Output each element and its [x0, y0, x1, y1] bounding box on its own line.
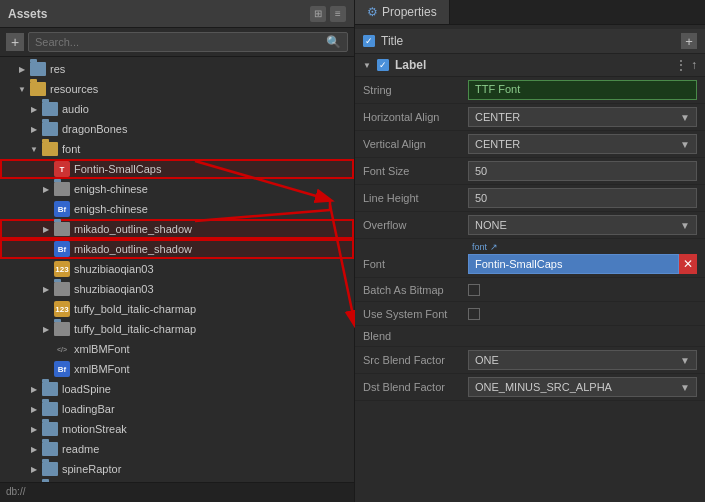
search-input[interactable]	[35, 36, 326, 48]
fontsize-input[interactable]	[468, 161, 697, 181]
tree-item-xml1[interactable]: </> xmlBMFont	[0, 339, 354, 359]
prop-label-string: String	[363, 84, 468, 96]
tree-label-loadingbar: loadingBar	[62, 403, 115, 415]
font-sub-label-row: font font ↗	[363, 242, 697, 252]
tree-item-enigsh-chinese-bf[interactable]: Bf enigsh-chinese	[0, 199, 354, 219]
prop-value-string: TTF Font	[468, 80, 697, 100]
folder-icon-motionstreak	[42, 422, 58, 436]
tree-label-mikado1: mikado_outline_shadow	[74, 223, 192, 235]
tree-item-tuffy-folder[interactable]: tuffy_bold_italic-charmap	[0, 319, 354, 339]
tree-item-tuffy-num[interactable]: 123 tuffy_bold_italic-charmap	[0, 299, 354, 319]
add-asset-button[interactable]: +	[6, 33, 24, 51]
prop-row-lineheight: Line Height	[355, 185, 705, 212]
title-add-button[interactable]: +	[681, 33, 697, 49]
dstblend-arrow: ▼	[680, 382, 690, 393]
tree-item-mikado-folder[interactable]: mikado_outline_shadow	[0, 219, 354, 239]
tree-item-resources[interactable]: resources	[0, 79, 354, 99]
header-icons: ⊞ ≡	[310, 6, 346, 22]
properties-tabs: ⚙ Properties	[355, 0, 705, 25]
tree-arrow-mikado2	[40, 243, 52, 255]
prop-row-overflow: Overflow NONE ▼	[355, 212, 705, 239]
tree-item-spineRaptor[interactable]: spineRaptor	[0, 459, 354, 479]
tree-item-motionstreak[interactable]: motionStreak	[0, 419, 354, 439]
tree-item-fontin-smallcaps[interactable]: T Fontin-SmallCaps	[0, 159, 354, 179]
properties-tab[interactable]: ⚙ Properties	[355, 0, 450, 24]
tree-label-dragonbones: dragonBones	[62, 123, 127, 135]
tree-arrow-res	[16, 63, 28, 75]
prop-row-halign: Horizontal Align CENTER ▼	[355, 104, 705, 131]
tree-label-motionstreak: motionStreak	[62, 423, 127, 435]
folder-icon-resources	[30, 82, 46, 96]
bottom-bar: db://	[0, 482, 354, 502]
font-link[interactable]: font ↗	[472, 242, 498, 252]
tree-arrow-dragonbones	[28, 123, 40, 135]
assets-panel-header: Assets ⊞ ≡	[0, 0, 354, 28]
tree-arrow-xml2	[40, 363, 52, 375]
section-icon-2[interactable]: ↑	[691, 58, 697, 72]
tree-item-shuz-folder[interactable]: shuzibiaoqian03	[0, 279, 354, 299]
tree-arrow-shuz2	[40, 283, 52, 295]
folder-icon-shuz	[54, 282, 70, 296]
batch-checkbox[interactable]	[468, 284, 480, 296]
title-row: Title +	[355, 29, 705, 54]
title-checkbox[interactable]	[363, 35, 375, 47]
tree-item-font[interactable]: font	[0, 139, 354, 159]
section-icon-1[interactable]: ⋮	[675, 58, 687, 72]
font-value-text: Fontin-SmallCaps	[475, 258, 562, 270]
tree-item-mikado-bf[interactable]: Bf mikado_outline_shadow	[0, 239, 354, 259]
tree-item-shuz-num[interactable]: 123 shuzibiaoqian03	[0, 259, 354, 279]
folder-icon-tuffy	[54, 322, 70, 336]
lineheight-input[interactable]	[468, 188, 697, 208]
valign-dropdown[interactable]: CENTER ▼	[468, 134, 697, 154]
string-value[interactable]: TTF Font	[468, 80, 697, 100]
folder-icon-loadspine	[42, 382, 58, 396]
tree-item-enigsh-chinese-folder[interactable]: enigsh-chinese	[0, 179, 354, 199]
bf-icon-mikado: Bf	[54, 241, 70, 257]
tree-item-loadingbar[interactable]: loadingBar	[0, 399, 354, 419]
tree-item-res[interactable]: res	[0, 59, 354, 79]
folder-icon-loadingbar	[42, 402, 58, 416]
prop-label-overflow: Overflow	[363, 219, 468, 231]
tree-arrow-enigsh1	[40, 183, 52, 195]
tree-item-loadspine[interactable]: loadSpine	[0, 379, 354, 399]
folder-icon-readme	[42, 442, 58, 456]
tree-label-mikado2: mikado_outline_shadow	[74, 243, 192, 255]
prop-value-srcblend: ONE ▼	[468, 350, 697, 370]
prop-row-srcblend: Src Blend Factor ONE ▼	[355, 347, 705, 374]
tree-arrow-readme	[28, 443, 40, 455]
dstblend-dropdown[interactable]: ONE_MINUS_SRC_ALPHA ▼	[468, 377, 697, 397]
systemfont-checkbox[interactable]	[468, 308, 480, 320]
tree-item-xml2[interactable]: Bf xmlBMFont	[0, 359, 354, 379]
bf-icon-xml: Bf	[54, 361, 70, 377]
gear-icon: ⚙	[367, 5, 378, 19]
overflow-dropdown[interactable]: NONE ▼	[468, 215, 697, 235]
tree-arrow-loadingbar	[28, 403, 40, 415]
tree-arrow-tuffy1	[40, 303, 52, 315]
font-clear-button[interactable]: ✕	[679, 254, 697, 274]
tree-item-readme[interactable]: readme	[0, 439, 354, 459]
font-value-box[interactable]: Fontin-SmallCaps	[468, 254, 679, 274]
prop-value-halign: CENTER ▼	[468, 107, 697, 127]
tree-label-enigsh1: enigsh-chinese	[74, 183, 148, 195]
tree-arrow-audio	[28, 103, 40, 115]
srcblend-dropdown[interactable]: ONE ▼	[468, 350, 697, 370]
label-checkbox[interactable]	[377, 59, 389, 71]
panel-icon-1[interactable]: ⊞	[310, 6, 326, 22]
tree-label-loadspine: loadSpine	[62, 383, 111, 395]
tree-label-tuffy2: tuffy_bold_italic-charmap	[74, 323, 196, 335]
prop-value-systemfont	[468, 308, 697, 320]
overflow-value: NONE	[475, 219, 507, 231]
tree-label-audio: audio	[62, 103, 89, 115]
halign-dropdown[interactable]: CENTER ▼	[468, 107, 697, 127]
tree-arrow-font	[28, 143, 40, 155]
tree-item-dragonbones[interactable]: dragonBones	[0, 119, 354, 139]
panel-icon-2[interactable]: ≡	[330, 6, 346, 22]
halign-dropdown-arrow: ▼	[680, 112, 690, 123]
prop-row-string: String TTF Font	[355, 77, 705, 104]
tree-item-audio[interactable]: audio	[0, 99, 354, 119]
search-bar: + 🔍	[0, 28, 354, 57]
num-icon-shuz: 123	[54, 261, 70, 277]
srcblend-value: ONE	[475, 354, 499, 366]
prop-value-valign: CENTER ▼	[468, 134, 697, 154]
tree-arrow-motionstreak	[28, 423, 40, 435]
